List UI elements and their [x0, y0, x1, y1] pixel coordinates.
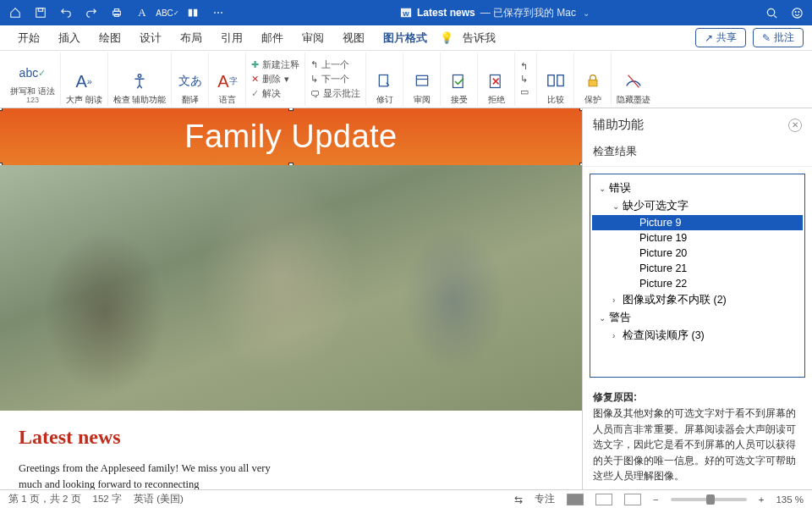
word-doc-icon: W: [400, 7, 412, 19]
new-comment-button[interactable]: ✚新建注释: [251, 58, 299, 71]
svg-rect-16: [548, 75, 554, 86]
resize-handle-tl[interactable]: [0, 108, 3, 111]
zoom-in-button[interactable]: +: [759, 494, 765, 505]
changes-pane-button[interactable]: ▭: [520, 86, 531, 97]
ribbon: abc✓ 拼写和 语法 123 A» 大声 朗读 检查 辅助功能 文あ 翻译 A…: [0, 51, 812, 108]
tab-design[interactable]: 设计: [130, 25, 171, 50]
svg-text:W: W: [403, 10, 409, 18]
print-icon[interactable]: [110, 6, 123, 19]
spellcheck-icon[interactable]: ABC✓: [161, 6, 174, 19]
check-accessibility-button[interactable]: 检查 辅助功能: [108, 52, 173, 106]
tree-item-picture9[interactable]: Picture 9: [592, 215, 803, 230]
share-icon: ↗: [705, 32, 713, 44]
font-icon[interactable]: A: [135, 6, 149, 19]
tab-picture-format[interactable]: 图片格式: [374, 25, 436, 50]
accept-button[interactable]: 接受: [441, 52, 478, 106]
doc-title: Latest news: [417, 7, 475, 19]
svg-rect-17: [557, 75, 563, 86]
tree-node-not-inline[interactable]: ›图像或对象不内联 (2): [592, 291, 803, 309]
svg-point-9: [795, 11, 796, 12]
save-icon[interactable]: [34, 6, 47, 19]
tab-layout[interactable]: 布局: [171, 25, 211, 50]
tree-item-picture19[interactable]: Picture 19: [592, 230, 803, 246]
spelling-button[interactable]: abc✓ 拼写和 语法 123: [5, 52, 61, 106]
next-change-button[interactable]: ↳: [520, 74, 531, 85]
ellipsis-icon[interactable]: ⋯: [211, 6, 225, 19]
zoom-value[interactable]: 135 %: [776, 494, 804, 505]
document-pane[interactable]: Family Update Latest news Greetings from…: [0, 108, 582, 489]
signal-icon: ⇆: [514, 494, 523, 505]
svg-rect-18: [589, 80, 597, 86]
undo-icon[interactable]: [59, 6, 73, 19]
next-comment-button[interactable]: ↳下一个: [310, 73, 360, 86]
home-icon[interactable]: [8, 6, 22, 19]
tree-node-reading-order[interactable]: ›检查阅读顺序 (3): [592, 327, 803, 345]
svg-rect-13: [416, 75, 427, 86]
ribbon-tabs: 开始 插入 绘图 设计 布局 引用 邮件 审阅 视图 图片格式 💡 告诉我 ↗共…: [0, 25, 812, 51]
tab-view[interactable]: 视图: [333, 25, 374, 50]
zoom-out-button[interactable]: −: [653, 494, 659, 505]
tab-references[interactable]: 引用: [211, 25, 252, 50]
comment-nav: ↰上一个 ↳下一个 🗨显示批注: [305, 52, 366, 106]
close-pane-button[interactable]: ✕: [788, 119, 802, 132]
tree-node-errors[interactable]: ⌄错误: [592, 179, 803, 197]
status-bar: 第 1 页，共 2 页 152 字 英语 (美国) ⇆ 专注 − + 135 %: [0, 489, 812, 508]
results-tree: ⌄错误 ⌄缺少可选文字 Picture 9 Picture 19 Picture…: [590, 174, 805, 378]
redo-icon[interactable]: [85, 6, 98, 19]
view-web-button[interactable]: [624, 494, 641, 505]
prev-comment-button[interactable]: ↰上一个: [310, 58, 360, 71]
status-pages[interactable]: 第 1 页，共 2 页: [8, 493, 81, 505]
prev-change-button[interactable]: ↰: [520, 61, 531, 72]
view-read-button[interactable]: [595, 494, 612, 505]
tree-item-picture22[interactable]: Picture 22: [592, 276, 803, 291]
reject-button[interactable]: 拒绝: [478, 52, 515, 106]
read-aloud-button[interactable]: A» 大声 朗读: [61, 52, 108, 106]
hide-ink-button[interactable]: 隐藏墨迹: [612, 52, 656, 106]
protect-button[interactable]: 保护: [574, 52, 612, 106]
review-pane-button[interactable]: 审阅: [403, 52, 441, 106]
tab-draw[interactable]: 绘图: [90, 25, 130, 50]
save-status: — 已保存到我的 Mac: [480, 6, 576, 20]
article-paragraph: Greetings from the Appleseed family! We …: [19, 461, 289, 489]
search-icon[interactable]: [765, 6, 778, 19]
tab-home[interactable]: 开始: [8, 25, 49, 50]
compare-button[interactable]: 比较: [537, 52, 574, 106]
smiley-icon[interactable]: [790, 6, 804, 19]
track-changes-button[interactable]: 修订: [366, 52, 403, 106]
zoom-slider[interactable]: [671, 498, 747, 501]
status-words[interactable]: 152 字: [93, 493, 122, 505]
family-photo[interactable]: [0, 165, 582, 411]
tree-node-warnings[interactable]: ⌄警告: [592, 309, 803, 327]
title-caret-icon[interactable]: ⌄: [583, 8, 590, 18]
focus-mode-button[interactable]: 专注: [535, 493, 555, 505]
article-body[interactable]: Latest news Greetings from the Appleseed…: [0, 411, 582, 489]
banner-title[interactable]: Family Update: [0, 108, 582, 165]
resize-handle-t[interactable]: [288, 108, 294, 111]
status-language[interactable]: 英语 (美国): [134, 493, 184, 505]
tree-item-picture20[interactable]: Picture 20: [592, 246, 803, 261]
language-button[interactable]: A字 语言: [209, 52, 246, 106]
tab-insert[interactable]: 插入: [49, 25, 90, 50]
change-nav: ↰ ↳ ▭: [515, 52, 537, 106]
svg-point-7: [767, 8, 774, 15]
tab-review[interactable]: 审阅: [293, 25, 333, 50]
resize-handle-tr[interactable]: [579, 108, 582, 111]
resolve-comment-button[interactable]: ✓解决: [251, 87, 299, 100]
svg-rect-12: [379, 75, 387, 86]
share-button[interactable]: ↗共享: [695, 28, 746, 47]
svg-point-8: [792, 8, 801, 17]
tab-mail[interactable]: 邮件: [252, 25, 293, 50]
x-icon: ✕: [251, 74, 259, 85]
tree-item-picture21[interactable]: Picture 21: [592, 261, 803, 276]
tell-me[interactable]: 告诉我: [453, 25, 505, 50]
tree-node-missing-alt[interactable]: ⌄缺少可选文字: [592, 197, 803, 215]
comments-button[interactable]: ✎批注: [753, 28, 804, 47]
article-heading: Latest news: [19, 426, 563, 449]
delete-comment-button[interactable]: ✕删除 ▾: [251, 73, 299, 86]
check-icon: ✓: [251, 88, 259, 99]
comment-icon: ✎: [762, 32, 771, 44]
book-icon[interactable]: [186, 6, 200, 19]
view-print-layout-button[interactable]: [567, 494, 584, 505]
show-markup-button[interactable]: 🗨显示批注: [310, 87, 360, 100]
translate-button[interactable]: 文あ 翻译: [172, 52, 209, 106]
